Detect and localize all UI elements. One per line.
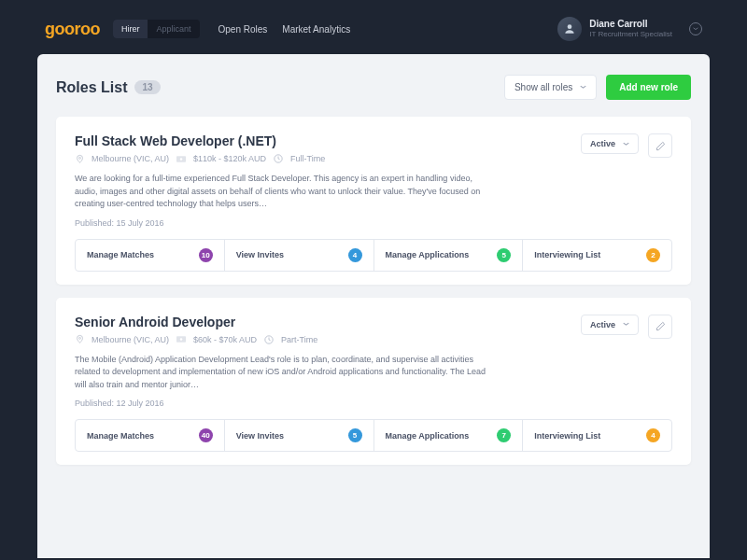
role-card: Senior Android Developer Melbourne (VIC,… — [56, 298, 691, 466]
role-published: Published: 12 July 2016 — [75, 399, 672, 408]
role-location: Melbourne (VIC, AU) — [92, 335, 169, 344]
role-meta: Melbourne (VIC, AU) $60k - $70k AUD Part… — [75, 335, 571, 344]
role-title: Senior Android Developer — [75, 315, 571, 329]
salary-icon — [176, 154, 186, 163]
action-count: 40 — [199, 428, 213, 442]
pencil-icon — [655, 321, 666, 331]
action-label: View Invites — [236, 431, 284, 441]
role-salary: $110k - $120k AUD — [193, 154, 266, 163]
edit-button[interactable] — [648, 315, 672, 339]
roles-panel: Roles List 13 Show all roles Add new rol… — [37, 54, 710, 558]
action-label: Manage Applications — [386, 431, 470, 441]
role-actions: Manage Matches 10 View Invites 4 Manage … — [75, 239, 672, 272]
role-type: Full-Time — [290, 154, 325, 163]
action-count: 4 — [646, 428, 660, 442]
role-published: Published: 15 July 2016 — [75, 218, 672, 228]
role-description: We are looking for a full-time experienc… — [75, 173, 486, 211]
svg-point-7 — [180, 338, 183, 341]
role-card: Full Stack Web Developer (.NET) Melbourn… — [56, 117, 691, 285]
role-location: Melbourne (VIC, AU) — [92, 154, 169, 163]
action-matches[interactable]: Manage Matches 10 — [76, 240, 225, 271]
user-role: IT Recruitment Specialist — [589, 30, 672, 39]
panel-header: Roles List 13 Show all roles Add new rol… — [56, 75, 691, 100]
role-title: Full Stack Web Developer (.NET) — [75, 133, 571, 148]
edit-button[interactable] — [648, 133, 672, 158]
filter-label: Show all roles — [514, 82, 572, 92]
nav-market-analytics[interactable]: Market Analytics — [282, 24, 350, 35]
action-count: 10 — [199, 248, 213, 262]
mode-applicant[interactable]: Applicant — [148, 20, 199, 38]
action-count: 4 — [348, 248, 362, 262]
action-apps[interactable]: Manage Applications 5 — [374, 240, 524, 271]
nav-open-roles[interactable]: Open Roles — [218, 24, 268, 35]
action-interviews[interactable]: Interviewing List 2 — [523, 240, 671, 271]
role-type: Part-Time — [281, 335, 317, 344]
roles-count: 13 — [134, 80, 160, 94]
status-dropdown[interactable]: Active — [581, 133, 639, 154]
chevron-down-icon — [580, 85, 586, 90]
action-label: Manage Matches — [87, 250, 154, 259]
svg-point-3 — [180, 158, 183, 161]
action-invites[interactable]: View Invites 5 — [225, 420, 374, 451]
top-nav: gooroo Hirer Applicant Open Roles Market… — [0, 0, 747, 54]
user-menu[interactable]: Diane Carroll IT Recruitment Specialist — [557, 17, 702, 41]
svg-point-1 — [78, 157, 80, 159]
action-count: 5 — [497, 248, 511, 262]
pencil-icon — [655, 141, 666, 151]
action-label: Manage Matches — [87, 431, 154, 441]
user-info: Diane Carroll IT Recruitment Specialist — [589, 19, 672, 39]
svg-point-0 — [568, 24, 572, 29]
mode-toggle: Hirer Applicant — [113, 20, 200, 38]
brand-logo[interactable]: gooroo — [45, 20, 100, 39]
add-role-button[interactable]: Add new role — [606, 75, 691, 100]
chevron-down-icon — [623, 322, 629, 327]
status-dropdown[interactable]: Active — [581, 315, 639, 335]
action-label: View Invites — [236, 250, 284, 259]
location-icon — [75, 154, 84, 163]
clock-icon — [264, 335, 274, 344]
action-interviews[interactable]: Interviewing List 4 — [523, 420, 671, 451]
role-meta: Melbourne (VIC, AU) $110k - $120k AUD Fu… — [75, 154, 571, 163]
page-title: Roles List — [56, 79, 127, 96]
status-label: Active — [590, 320, 615, 329]
user-dropdown-icon[interactable] — [689, 22, 702, 35]
action-apps[interactable]: Manage Applications 7 — [374, 420, 524, 451]
action-label: Manage Applications — [386, 250, 470, 259]
salary-icon — [176, 335, 186, 344]
chevron-down-icon — [623, 142, 629, 147]
filter-dropdown[interactable]: Show all roles — [504, 75, 597, 100]
location-icon — [75, 335, 84, 344]
role-salary: $60k - $70k AUD — [193, 335, 257, 344]
action-invites[interactable]: View Invites 4 — [225, 240, 374, 271]
svg-point-5 — [78, 337, 80, 339]
role-actions: Manage Matches 40 View Invites 5 Manage … — [75, 419, 672, 452]
user-name: Diane Carroll — [589, 19, 672, 30]
role-description: The Mobile (Android) Application Develop… — [75, 354, 486, 392]
action-label: Interviewing List — [534, 250, 600, 259]
action-count: 2 — [646, 248, 660, 262]
action-count: 5 — [348, 428, 362, 442]
status-label: Active — [590, 139, 615, 148]
clock-icon — [274, 154, 283, 163]
avatar — [557, 17, 582, 41]
mode-hirer[interactable]: Hirer — [113, 20, 148, 38]
main-nav: Open Roles Market Analytics — [218, 24, 351, 35]
action-matches[interactable]: Manage Matches 40 — [76, 420, 225, 451]
action-count: 7 — [497, 428, 511, 442]
action-label: Interviewing List — [534, 431, 600, 441]
